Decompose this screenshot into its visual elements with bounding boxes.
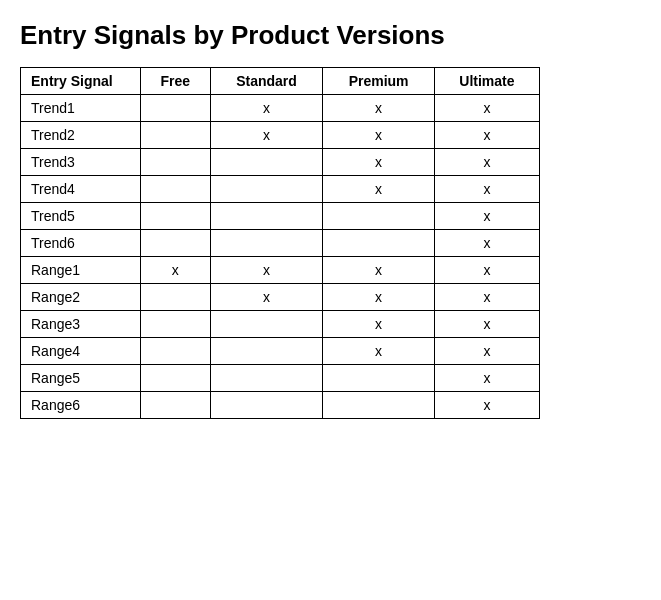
cell-free-9 <box>141 338 211 365</box>
cell-signal-1: Trend2 <box>21 122 141 149</box>
cell-signal-0: Trend1 <box>21 95 141 122</box>
cell-ultimate-6: x <box>434 257 539 284</box>
table-row: Range4xx <box>21 338 540 365</box>
table-row: Trend5x <box>21 203 540 230</box>
cell-standard-9 <box>210 338 323 365</box>
cell-signal-11: Range6 <box>21 392 141 419</box>
cell-premium-9: x <box>323 338 435 365</box>
cell-premium-7: x <box>323 284 435 311</box>
cell-ultimate-3: x <box>434 176 539 203</box>
table-row: Range1xxxx <box>21 257 540 284</box>
table-header-row: Entry Signal Free Standard Premium Ultim… <box>21 68 540 95</box>
table-row: Range6x <box>21 392 540 419</box>
page-title: Entry Signals by Product Versions <box>20 20 641 51</box>
cell-free-10 <box>141 365 211 392</box>
cell-premium-0: x <box>323 95 435 122</box>
cell-premium-11 <box>323 392 435 419</box>
cell-standard-5 <box>210 230 323 257</box>
cell-signal-6: Range1 <box>21 257 141 284</box>
cell-signal-10: Range5 <box>21 365 141 392</box>
cell-ultimate-8: x <box>434 311 539 338</box>
cell-standard-6: x <box>210 257 323 284</box>
cell-ultimate-11: x <box>434 392 539 419</box>
cell-premium-10 <box>323 365 435 392</box>
col-header-free: Free <box>141 68 211 95</box>
cell-free-11 <box>141 392 211 419</box>
cell-ultimate-7: x <box>434 284 539 311</box>
cell-signal-7: Range2 <box>21 284 141 311</box>
cell-premium-2: x <box>323 149 435 176</box>
cell-premium-6: x <box>323 257 435 284</box>
table-row: Trend1xxx <box>21 95 540 122</box>
cell-standard-3 <box>210 176 323 203</box>
cell-standard-1: x <box>210 122 323 149</box>
cell-free-6: x <box>141 257 211 284</box>
col-header-ultimate: Ultimate <box>434 68 539 95</box>
col-header-standard: Standard <box>210 68 323 95</box>
cell-signal-9: Range4 <box>21 338 141 365</box>
cell-free-4 <box>141 203 211 230</box>
signals-table: Entry Signal Free Standard Premium Ultim… <box>20 67 540 419</box>
cell-signal-2: Trend3 <box>21 149 141 176</box>
cell-signal-3: Trend4 <box>21 176 141 203</box>
cell-premium-8: x <box>323 311 435 338</box>
cell-ultimate-4: x <box>434 203 539 230</box>
cell-ultimate-2: x <box>434 149 539 176</box>
cell-signal-4: Trend5 <box>21 203 141 230</box>
cell-standard-7: x <box>210 284 323 311</box>
table-row: Trend2xxx <box>21 122 540 149</box>
cell-free-1 <box>141 122 211 149</box>
cell-free-5 <box>141 230 211 257</box>
cell-signal-5: Trend6 <box>21 230 141 257</box>
cell-standard-11 <box>210 392 323 419</box>
cell-premium-4 <box>323 203 435 230</box>
cell-ultimate-9: x <box>434 338 539 365</box>
cell-standard-10 <box>210 365 323 392</box>
cell-standard-4 <box>210 203 323 230</box>
cell-free-8 <box>141 311 211 338</box>
cell-premium-3: x <box>323 176 435 203</box>
col-header-premium: Premium <box>323 68 435 95</box>
cell-standard-0: x <box>210 95 323 122</box>
cell-ultimate-1: x <box>434 122 539 149</box>
cell-signal-8: Range3 <box>21 311 141 338</box>
cell-premium-5 <box>323 230 435 257</box>
cell-free-0 <box>141 95 211 122</box>
cell-ultimate-10: x <box>434 365 539 392</box>
table-row: Range5x <box>21 365 540 392</box>
cell-standard-8 <box>210 311 323 338</box>
cell-premium-1: x <box>323 122 435 149</box>
cell-standard-2 <box>210 149 323 176</box>
cell-free-3 <box>141 176 211 203</box>
table-row: Trend3xx <box>21 149 540 176</box>
table-row: Trend4xx <box>21 176 540 203</box>
cell-ultimate-0: x <box>434 95 539 122</box>
cell-free-2 <box>141 149 211 176</box>
cell-free-7 <box>141 284 211 311</box>
table-row: Trend6x <box>21 230 540 257</box>
col-header-signal: Entry Signal <box>21 68 141 95</box>
table-row: Range2xxx <box>21 284 540 311</box>
cell-ultimate-5: x <box>434 230 539 257</box>
table-row: Range3xx <box>21 311 540 338</box>
